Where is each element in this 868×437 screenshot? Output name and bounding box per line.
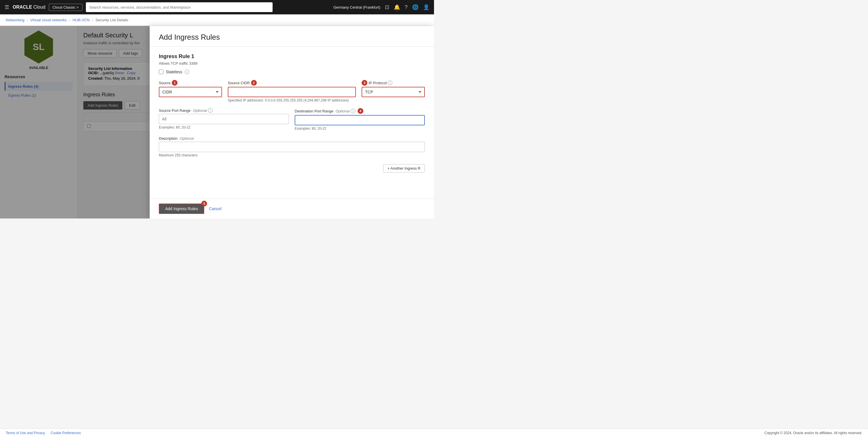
user-avatar[interactable]: 👤 [423,4,429,10]
modal-body: Ingress Rule 1 Allows TCP traffic 3389 S… [150,47,434,199]
hamburger-icon[interactable]: ☰ [5,4,9,10]
breadcrumb: Networking › Virtual cloud networks › HU… [0,14,434,26]
source-group: Source 1 CIDR [159,80,222,97]
breadcrumb-vcn[interactable]: Virtual cloud networks [30,18,67,22]
source-port-hint: Examples: 80, 20-22 [159,125,289,129]
step-2-badge: 2 [251,80,257,86]
max-chars-hint: Maximum 255 characters [159,153,425,157]
add-ingress-submit-button[interactable]: Add Ingress Rules [159,204,204,214]
dest-port-optional: Optional [336,109,349,113]
terminal-icon[interactable]: ⊡ [385,4,389,10]
description-label: Description Optional [159,136,425,141]
description-section: Description Optional Maximum 255 charact… [159,136,425,157]
description-input[interactable] [159,142,425,152]
source-port-optional: Optional [193,108,207,113]
step-5-badge: 5 [202,201,207,206]
dest-port-hint: Examples: 80, 20-22 [295,126,425,130]
help-icon[interactable]: ? [405,4,408,10]
dest-port-input[interactable]: 3389 [295,115,425,125]
source-label: Source 1 [159,80,222,86]
top-navigation: ☰ ORACLE Cloud Cloud Classic > Germany C… [0,0,434,14]
ip-protocol-group: 3 IP Protocol i TCP [362,80,425,97]
another-ingress-row: + Another Ingress R [159,164,425,173]
source-port-range-group: Source Port Range Optional i Examples: 8… [159,108,289,129]
dest-port-label-text: Destination Port Range [295,109,333,113]
source-cidr-label-text: Source CIDR [228,81,250,85]
search-input[interactable] [86,2,273,12]
modal-title: Add Ingress Rules [159,33,425,42]
dest-port-label: Destination Port Range Optional i 4 [295,108,425,114]
source-port-label-text: Source Port Range [159,108,191,113]
another-ingress-button[interactable]: + Another Ingress R [383,164,425,173]
nav-right: Germany Central (Frankfurt) ⊡ 🔔 ? 🌐 👤 [334,4,429,10]
sep3: › [92,18,93,22]
ip-protocol-select[interactable]: TCP [362,87,425,97]
sep2: › [69,18,70,22]
step-3-badge: 3 [362,80,367,86]
ingress-rule-1-title: Ingress Rule 1 [159,54,425,59]
breadcrumb-networking[interactable]: Networking [6,18,24,22]
step-4-badge: 4 [358,108,363,114]
main-layout: SL AVAILABLE Resources Ingress Rules (4)… [0,26,434,218]
rule-description: Allows TCP traffic 3389 [159,61,425,65]
form-row-2: Source Port Range Optional i Examples: 8… [159,108,425,130]
source-cidr-input[interactable]: 0.0.0.0/0 [228,87,356,97]
bell-icon[interactable]: 🔔 [394,4,400,10]
breadcrumb-current: Security List Details [95,18,128,22]
stateless-checkbox[interactable] [159,69,163,74]
cloud-classic-button[interactable]: Cloud Classic > [49,4,83,11]
description-optional: Optional [180,136,194,141]
region-selector[interactable]: Germany Central (Frankfurt) [334,5,380,9]
globe-icon[interactable]: 🌐 [412,4,418,10]
ip-protocol-label: 3 IP Protocol i [362,80,425,86]
modal-header: Add Ingress Rules [150,26,434,47]
stateless-label: Stateless [166,69,182,74]
source-port-label: Source Port Range Optional i [159,108,289,113]
breadcrumb-hub-vcn[interactable]: HUB-VCN [73,18,90,22]
source-cidr-hint: Specified IP addresses: 0.0.0.0-255.255.… [228,98,356,103]
oracle-logo: ORACLE Cloud [13,5,45,10]
sep1: › [27,18,28,22]
step-1-badge: 1 [172,80,178,86]
ip-protocol-info-icon[interactable]: i [388,81,392,85]
add-ingress-rules-panel: Add Ingress Rules Ingress Rule 1 Allows … [150,26,434,218]
stateless-info-icon[interactable]: i [185,69,189,74]
dest-port-info-icon[interactable]: i [351,109,355,113]
source-select[interactable]: CIDR [159,87,222,97]
description-label-text: Description [159,136,178,141]
source-cidr-group: Source CIDR 2 0.0.0.0/0 Specified IP add… [228,80,356,103]
stateless-row: Stateless i [159,69,425,74]
form-row-1: Source 1 CIDR Source CIDR 2 0.0.0.0/0 [159,80,425,103]
cancel-button[interactable]: Cancel [209,206,221,211]
source-port-info-icon[interactable]: i [208,108,213,113]
modal-footer: Add Ingress Rules 5 Cancel [150,199,434,218]
source-label-text: Source [159,81,170,85]
dest-port-range-group: Destination Port Range Optional i 4 3389… [295,108,425,130]
ip-protocol-label-text: IP Protocol [369,81,386,85]
source-cidr-label: Source CIDR 2 [228,80,356,86]
source-port-input[interactable] [159,114,289,124]
